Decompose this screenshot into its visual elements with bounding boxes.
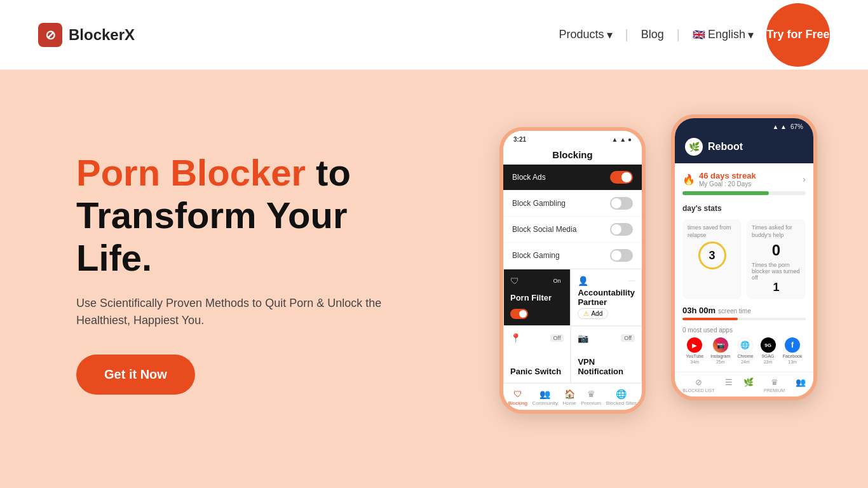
times-saved-circle: 3 xyxy=(698,241,726,269)
phone1-row-social: Block Social Media xyxy=(503,217,642,243)
navbar: ⊘ BlockerX Products ▾ | Blog | 🇬🇧 Englis… xyxy=(0,0,868,70)
streak-row: 🔥 46 days streak My Goal : 20 Days › xyxy=(682,171,806,187)
p2-community-icon: 👥 xyxy=(796,377,806,387)
p2-nav-premium[interactable]: ♛ PREMIUM xyxy=(764,377,785,393)
phone1-status-bar: 3:21 ▲ ▲ ● xyxy=(503,131,642,146)
hero-section: Porn Blocker to Transform Your Life. Use… xyxy=(0,70,868,477)
p2-nav-blocked[interactable]: ⊘ BLOCKED LIST xyxy=(682,377,714,393)
screen-time-row: 03h 00m screen time xyxy=(682,306,806,315)
phone1-header: Blocking xyxy=(503,146,642,165)
p2-nav-list[interactable]: ☰ xyxy=(725,377,733,393)
p2-nav-reboot[interactable]: 🌿 xyxy=(743,377,754,393)
chevron-right-icon[interactable]: › xyxy=(803,174,806,184)
screen-time-bar xyxy=(682,318,806,320)
hero-title: Porn Blocker to Transform Your Life. xyxy=(76,152,407,279)
facebook-icon: f xyxy=(785,337,800,353)
phone-blocking: 3:21 ▲ ▲ ● Blocking Block Ads Block Gamb… xyxy=(499,127,646,414)
phone1-feature-grid: 🛡 On Porn Filter 👤 Accountability Partne… xyxy=(503,269,642,383)
nav-blog[interactable]: Blog xyxy=(641,28,664,41)
reboot-icon: 🌿 xyxy=(685,138,703,156)
phone1-row-ads: Block Ads xyxy=(503,165,642,191)
nav-language[interactable]: 🇬🇧 English ▾ xyxy=(693,28,754,42)
block-social-toggle[interactable] xyxy=(610,223,633,236)
chevron-down-icon: ▾ xyxy=(607,28,613,42)
vpn-cell: 📷 Off VPN Notification xyxy=(571,326,642,383)
app-chrome: 🌐 Chrome 24m xyxy=(737,337,753,364)
p2-reboot-icon: 🌿 xyxy=(743,377,754,387)
p2-blocked-icon: ⊘ xyxy=(695,377,702,387)
apps-row: ▶ YouTube 34m 📷 Instagram 25m 🌐 Chrome 2… xyxy=(682,337,806,364)
flame-icon: 🔥 xyxy=(682,173,695,186)
home-icon: 🏠 xyxy=(564,389,575,399)
warn-icon: ⚠ xyxy=(583,310,589,317)
phone-reboot: ▲ ▲ 67% 🌿 Reboot 🔥 46 days streak My Goa… xyxy=(671,114,817,400)
phone2-bottom-nav: ⊘ BLOCKED LIST ☰ 🌿 ♛ PREMIUM 👥 xyxy=(675,372,813,396)
hero-content: Porn Blocker to Transform Your Life. Use… xyxy=(76,152,407,394)
nav-divider-2: | xyxy=(677,27,680,42)
instagram-icon: 📷 xyxy=(713,337,728,353)
phones-mockup: 3:21 ▲ ▲ ● Blocking Block Ads Block Gamb… xyxy=(499,114,817,432)
chrome-icon: 🌐 xyxy=(738,337,753,353)
chevron-down-icon-lang: ▾ xyxy=(748,28,754,42)
accountability-add-button[interactable]: ⚠ Add xyxy=(578,308,608,319)
streak-progress xyxy=(682,191,806,195)
nav-blocking-item[interactable]: 🛡 Blocking xyxy=(508,389,527,406)
app-9gag: 9G 9GAG 23m xyxy=(761,337,776,364)
nav-divider: | xyxy=(625,27,628,42)
app-facebook: f Facebook 13m xyxy=(783,337,803,364)
p2-premium-icon: ♛ xyxy=(771,377,778,387)
try-for-free-button[interactable]: Try for Free xyxy=(766,3,830,67)
times-saved-card: times saved from relapse 3 xyxy=(682,219,742,299)
block-gambling-toggle[interactable] xyxy=(610,197,633,210)
logo-text: BlockerX xyxy=(69,26,135,44)
accountability-cell: 👤 Accountability Partner ⚠ Add xyxy=(571,269,642,326)
app-youtube: ▶ YouTube 34m xyxy=(686,337,704,364)
flag-icon: 🇬🇧 xyxy=(693,29,705,41)
porn-filter-cell: 🛡 On Porn Filter xyxy=(503,269,571,326)
app-instagram: 📷 Instagram 25m xyxy=(710,337,730,364)
times-buddy-card: Times asked for buddy's help 0 Times the… xyxy=(747,219,806,299)
hero-title-highlight: Porn Blocker xyxy=(76,152,306,193)
p2-nav-community[interactable]: 👥 xyxy=(796,377,806,393)
premium-icon: ♛ xyxy=(587,389,595,399)
benefits-section: Benefits You'll Experience After Quittin… xyxy=(0,477,868,488)
nav-premium-item[interactable]: ♛ Premium xyxy=(581,389,601,406)
nav-products[interactable]: Products ▾ xyxy=(559,28,612,42)
phone2-status-bar: ▲ ▲ 67% xyxy=(675,118,813,133)
nav-blocked-sites-item[interactable]: 🌐 Blocked Sites xyxy=(606,389,637,406)
blocked-sites-icon: 🌐 xyxy=(616,389,627,399)
nav-home-item[interactable]: 🏠 Home xyxy=(562,389,576,406)
phone1-row-gaming: Block Gaming xyxy=(503,243,642,269)
block-gaming-toggle[interactable] xyxy=(610,249,633,262)
community-icon: 👥 xyxy=(539,389,550,399)
nav-links: Products ▾ | Blog | 🇬🇧 English ▾ Try for… xyxy=(559,3,830,67)
panic-switch-cell: 📍 Off Panic Switch xyxy=(503,326,571,383)
9gag-icon: 9G xyxy=(761,337,776,353)
logo[interactable]: ⊘ BlockerX xyxy=(38,23,135,47)
phone1-bottom-nav: 🛡 Blocking 👥 Community 🏠 Home ♛ Premium … xyxy=(503,383,642,410)
get-it-now-button[interactable]: Get it Now xyxy=(76,355,195,395)
phone2-header: 🌿 Reboot xyxy=(675,133,813,163)
hero-subtitle: Use Scientifically Proven Methods to Qui… xyxy=(76,295,407,329)
phone1-row-gambling: Block Gambling xyxy=(503,191,642,217)
phone2-body: 🔥 46 days streak My Goal : 20 Days › day… xyxy=(675,163,813,372)
youtube-icon: ▶ xyxy=(687,337,702,353)
block-ads-toggle[interactable] xyxy=(610,171,633,184)
porn-filter-toggle[interactable] xyxy=(510,309,528,319)
p2-list-icon: ☰ xyxy=(725,377,733,387)
blocking-icon: 🛡 xyxy=(513,389,522,399)
stats-grid: times saved from relapse 3 Times asked f… xyxy=(682,219,806,299)
logo-icon: ⊘ xyxy=(38,23,62,47)
nav-community-item[interactable]: 👥 Community xyxy=(532,389,557,406)
